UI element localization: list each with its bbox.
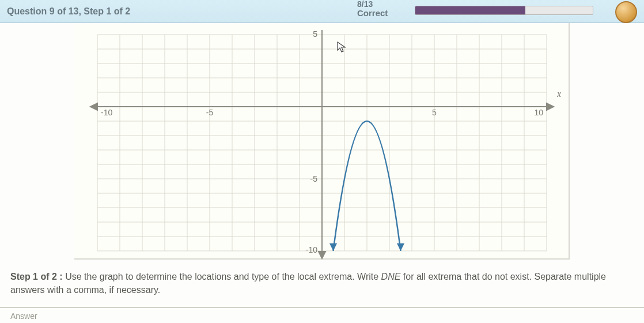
x-axis-arrow-left-icon <box>90 103 97 110</box>
tick-y-neg10: -10 <box>306 245 317 254</box>
progress-fill <box>415 6 525 14</box>
progress-bar <box>415 6 593 15</box>
step-instructions: Step 1 of 2 : Use the graph to determine… <box>10 270 634 296</box>
answer-label: Answer <box>10 311 37 321</box>
tick-y-neg5: -5 <box>310 174 318 183</box>
tick-x-5: 5 <box>432 108 437 117</box>
answer-section-header: Answer <box>0 307 644 323</box>
tick-x-neg5: -5 <box>206 108 214 117</box>
x-axis-label: x <box>556 89 561 99</box>
question-label: Question 9 of 13, Step 1 of 2 <box>7 6 130 17</box>
x-axis-arrow-icon <box>547 103 554 110</box>
tick-x-10: 10 <box>534 108 543 117</box>
score-fraction: 8/13 <box>357 0 388 9</box>
coordinate-plane: -10 -5 5 10 5 -5 -10 x <box>74 23 570 260</box>
instructions-body-a: Use the graph to determine the locations… <box>65 272 381 281</box>
dne-literal: DNE <box>381 272 401 281</box>
tick-y-5: 5 <box>313 29 317 39</box>
step-lead: Step 1 of 2 : <box>10 272 63 281</box>
header-bar: Question 9 of 13, Step 1 of 2 8/13 Corre… <box>0 0 644 23</box>
tick-x-neg10: -10 <box>101 108 112 117</box>
curve-arrow-right-icon <box>397 243 404 251</box>
y-axis-arrow-down-icon <box>319 251 325 258</box>
graph-panel[interactable]: -10 -5 5 10 5 -5 -10 x <box>74 23 570 260</box>
score-correct-label: Correct <box>357 9 388 18</box>
score-block: 8/13 Correct <box>357 0 388 18</box>
award-badge-icon[interactable] <box>615 1 637 23</box>
curve-arrow-left-icon <box>329 243 337 251</box>
